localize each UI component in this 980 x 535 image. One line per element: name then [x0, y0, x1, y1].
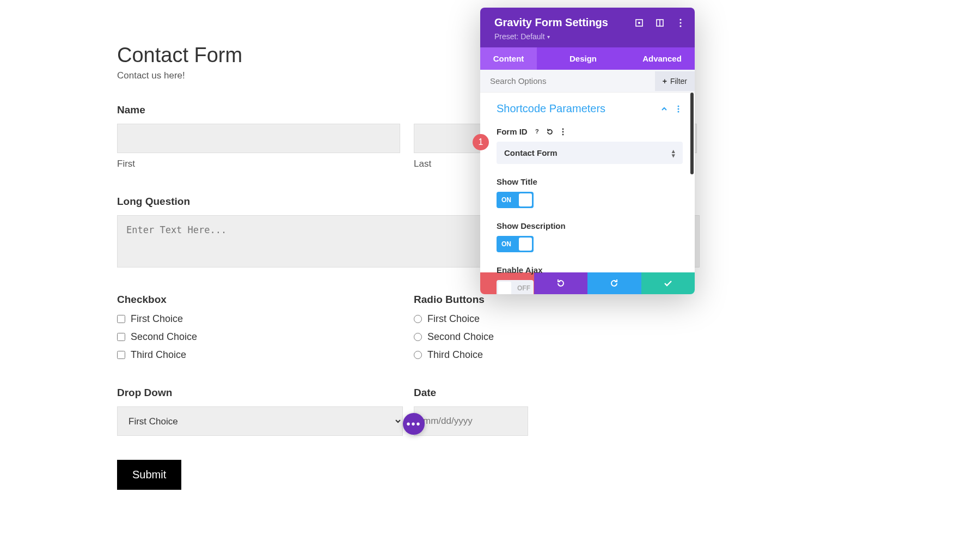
checkbox-input-1[interactable]	[117, 315, 125, 323]
checkbox-choice-2[interactable]: Second Choice	[117, 331, 403, 343]
plus-icon: +	[663, 77, 667, 86]
svg-point-4	[679, 19, 681, 20]
panel-tabs: Content Design Advanced	[480, 47, 695, 70]
callout-badge: 1	[473, 134, 489, 150]
panel-preset[interactable]: Preset: Default ▾	[494, 32, 684, 41]
svg-text:?: ?	[535, 128, 539, 135]
show-title-label: Show Title	[497, 177, 683, 186]
caret-down-icon: ▾	[547, 34, 550, 40]
svg-point-6	[679, 25, 681, 27]
dropdown-select[interactable]: First Choice	[117, 406, 403, 436]
tab-advanced[interactable]: Advanced	[629, 47, 695, 70]
radio-label: Radio Buttons	[414, 294, 700, 306]
svg-point-1	[639, 22, 640, 24]
panel-header: Gravity Form Settings Preset: Default ▾	[480, 8, 695, 47]
field-kebab-icon[interactable]	[559, 128, 567, 136]
dropdown-label: Drop Down	[117, 387, 403, 399]
checkbox-input-3[interactable]	[117, 351, 125, 359]
select-arrows-icon: ▴▾	[672, 149, 675, 157]
ellipsis-icon: •••	[406, 418, 421, 430]
submit-button[interactable]: Submit	[117, 460, 181, 490]
svg-point-7	[678, 105, 679, 107]
options-row: + Filter	[480, 70, 695, 93]
filter-button[interactable]: + Filter	[655, 71, 695, 91]
panel-body: Shortcode Parameters Form ID ? Contact F…	[480, 93, 695, 272]
first-name-sublabel: First	[117, 159, 403, 169]
search-options-input[interactable]	[480, 70, 655, 92]
form-id-select[interactable]: Contact Form ▴▾	[497, 142, 683, 164]
svg-point-12	[562, 131, 564, 132]
scrollbar[interactable]	[690, 93, 694, 174]
checkbox-choice-3[interactable]: Third Choice	[117, 349, 403, 361]
radio-input-2[interactable]	[414, 333, 422, 341]
svg-point-13	[562, 133, 564, 135]
drag-handle-icon[interactable]	[656, 19, 664, 27]
section-title: Shortcode Parameters	[497, 102, 605, 115]
show-description-toggle[interactable]: ON	[497, 236, 534, 252]
first-name-input[interactable]	[117, 124, 400, 153]
show-description-label: Show Description	[497, 221, 683, 230]
radio-input-1[interactable]	[414, 315, 422, 323]
settings-panel: Gravity Form Settings Preset: Default ▾ …	[480, 8, 695, 294]
show-title-toggle[interactable]: ON	[497, 192, 534, 208]
tab-content[interactable]: Content	[480, 47, 537, 70]
date-input[interactable]	[414, 406, 528, 436]
radio-choice-1[interactable]: First Choice	[414, 313, 700, 325]
enable-ajax-toggle[interactable]: OFF	[497, 280, 534, 294]
checkbox-label: Checkbox	[117, 294, 403, 306]
help-icon[interactable]: ?	[533, 128, 541, 136]
tab-design[interactable]: Design	[537, 47, 629, 70]
radio-input-3[interactable]	[414, 351, 422, 359]
svg-point-9	[678, 111, 679, 112]
date-label: Date	[414, 387, 700, 399]
checkbox-input-2[interactable]	[117, 333, 125, 341]
svg-point-5	[679, 22, 681, 23]
section-kebab-icon[interactable]	[674, 105, 683, 113]
expand-icon[interactable]	[635, 19, 644, 27]
form-id-label: Form ID	[497, 127, 528, 136]
floating-actions-button[interactable]: •••	[403, 413, 425, 435]
collapse-icon[interactable]	[660, 105, 669, 113]
radio-choice-3[interactable]: Third Choice	[414, 349, 700, 361]
svg-point-8	[678, 108, 679, 110]
enable-ajax-label: Enable Ajax	[497, 265, 683, 275]
svg-point-11	[562, 128, 564, 130]
radio-choice-2[interactable]: Second Choice	[414, 331, 700, 343]
checkbox-choice-1[interactable]: First Choice	[117, 313, 403, 325]
kebab-menu-icon[interactable]	[676, 19, 685, 27]
reset-icon[interactable]	[546, 128, 554, 136]
